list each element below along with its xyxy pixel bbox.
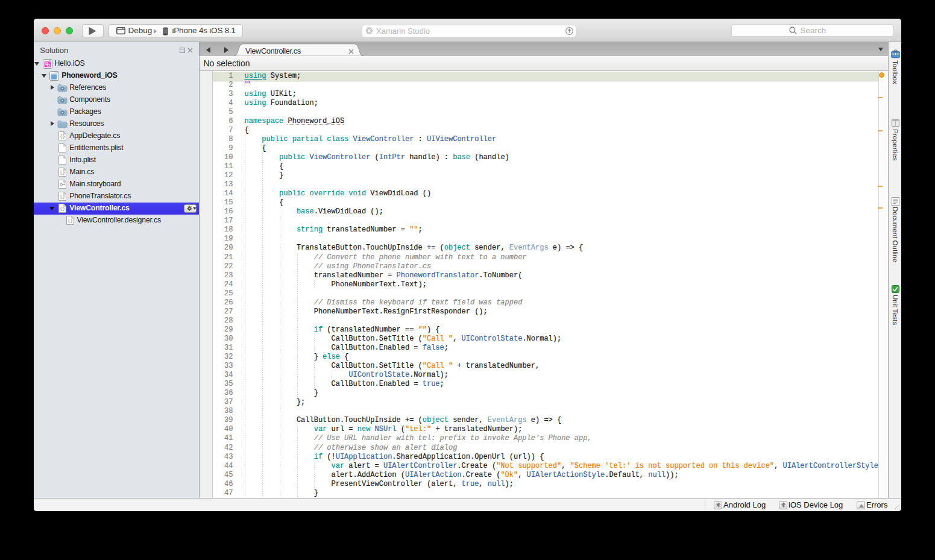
svg-text:{}: {} [59, 206, 65, 211]
svg-text:{}: {} [59, 194, 65, 199]
svg-text:{}: {} [59, 134, 65, 139]
svg-text:{}: {} [68, 218, 73, 223]
svg-text:{}: {} [59, 170, 65, 175]
